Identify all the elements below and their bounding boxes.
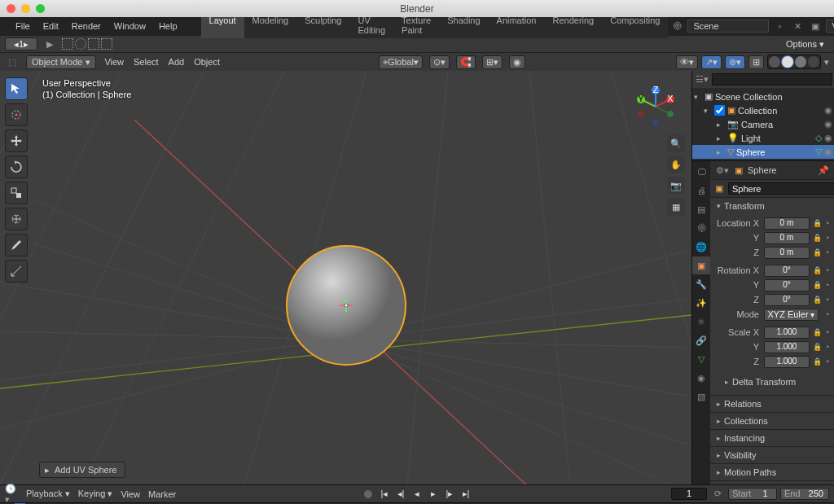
prop-tab-render[interactable]: 🖵 (692, 163, 710, 181)
keyframe-next-icon[interactable]: |▸ (442, 488, 457, 501)
tab-compositing[interactable]: Compositing (602, 14, 668, 38)
move-tool[interactable] (5, 129, 28, 152)
prop-tab-output[interactable]: 🖨 (692, 182, 710, 199)
prop-tab-viewlayer[interactable]: ▤ (692, 200, 710, 218)
scene-browse-icon[interactable]: 🞋 (669, 19, 684, 33)
timeline-keying[interactable]: Keying ▾ (77, 489, 115, 499)
menu-render[interactable]: Render (66, 20, 107, 33)
panel-transform[interactable]: Transform (710, 198, 834, 214)
outliner-filter-input[interactable] (712, 73, 832, 85)
editor-type-icon[interactable]: ⬚ (5, 55, 20, 69)
delete-scene-icon[interactable]: ✕ (790, 19, 805, 33)
prop-tab-texture[interactable]: ▧ (692, 388, 710, 405)
header-view[interactable]: View (103, 57, 125, 67)
rotation-mode-select[interactable]: XYZ Euler ▾ (764, 309, 819, 321)
pin-icon[interactable]: 📌 (818, 165, 829, 176)
select-variant-buttons[interactable] (62, 38, 112, 50)
menu-window[interactable]: Window (108, 20, 151, 33)
viewport-3d[interactable]: User Perspective(1) Collection | Sphere … (0, 71, 691, 484)
prop-editor-icon[interactable]: ⚙▾ (715, 163, 730, 177)
close-window-button[interactable] (7, 4, 15, 13)
cursor-tool[interactable] (5, 103, 28, 126)
tab-texture-paint[interactable]: Texture Paint (393, 14, 439, 38)
overlay-toggle[interactable]: ⊚▾ (725, 55, 745, 69)
viewlayer-name-input[interactable] (826, 20, 834, 33)
jump-end-icon[interactable]: ▸| (459, 488, 473, 501)
location-y-input[interactable]: 0 m (764, 232, 810, 244)
collection-enable-checkbox[interactable] (714, 105, 725, 116)
tree-item-sphere[interactable]: ▸▽Sphere▽◉ (692, 145, 834, 159)
panel-delta-transform[interactable]: Delta Transform (713, 374, 831, 390)
scale-tool[interactable] (5, 182, 28, 204)
xray-toggle[interactable]: ⊞ (748, 55, 764, 69)
panel-collections[interactable]: Collections (710, 413, 834, 429)
new-scene-icon[interactable]: ▫ (772, 19, 787, 33)
scale-y-input[interactable]: 1.000 (764, 341, 810, 353)
tree-scene-collection[interactable]: ▾▣Scene Collection (692, 90, 834, 103)
location-x-input[interactable]: 0 m (764, 217, 810, 230)
tree-item-light[interactable]: ▸💡Light◇◉ (692, 131, 834, 145)
select-box-tool[interactable] (5, 77, 28, 100)
rotation-x-input[interactable]: 0° (764, 265, 810, 277)
tab-uv-editing[interactable]: UV Editing (349, 14, 393, 38)
prop-tab-particles[interactable]: ✨ (692, 294, 710, 312)
end-frame-input[interactable]: End250 (780, 488, 829, 500)
camera-view-icon[interactable]: 📷 (667, 177, 685, 195)
tab-modeling[interactable]: Modeling (244, 14, 297, 38)
tool-number-box[interactable]: ◂ 1 ▸ (5, 37, 37, 50)
options-dropdown[interactable]: Options ▾ (781, 39, 829, 50)
menu-file[interactable]: File (10, 20, 36, 33)
snap-toggle[interactable]: 🧲 (456, 55, 476, 69)
header-add[interactable]: Add (167, 57, 187, 67)
zoom-icon[interactable]: 🔍 (667, 134, 685, 152)
prop-tab-object[interactable]: ▣ (692, 256, 710, 274)
mode-selector[interactable]: Object Mode ▾ (26, 55, 96, 69)
pan-icon[interactable]: ✋ (667, 156, 685, 173)
tab-shading[interactable]: Shading (439, 14, 488, 38)
current-frame-input[interactable]: 1 (671, 488, 707, 500)
rotation-z-input[interactable]: 0° (764, 294, 810, 306)
minimize-window-button[interactable] (21, 4, 30, 13)
prop-tab-material[interactable]: ◉ (692, 369, 710, 387)
orientation-selector[interactable]: ⌖ Global ▾ (379, 55, 423, 69)
operator-panel-add-uv-sphere[interactable]: Add UV Sphere (39, 462, 125, 478)
menu-edit[interactable]: Edit (37, 20, 64, 33)
object-name-input[interactable] (728, 182, 834, 195)
eye-icon[interactable]: ◉ (824, 147, 832, 157)
gizmo-toggle[interactable]: ↗▾ (701, 55, 722, 69)
jump-start-icon[interactable]: |◂ (377, 488, 392, 501)
visibility-toggle[interactable]: 👁▾ (676, 55, 698, 69)
panel-relations[interactable]: Relations (710, 396, 834, 412)
timeline-view[interactable]: View (119, 489, 142, 499)
measure-tool[interactable] (5, 260, 28, 283)
shading-mode-buttons[interactable] (767, 55, 821, 69)
perspective-toggle-icon[interactable]: ▦ (667, 198, 685, 216)
prop-tab-constraints[interactable]: 🔗 (692, 331, 710, 349)
proportional-toggle[interactable]: ◉ (509, 55, 525, 69)
prop-tab-modifiers[interactable]: 🔧 (692, 275, 710, 293)
eye-icon[interactable]: ◉ (824, 133, 832, 143)
tab-animation[interactable]: Animation (489, 14, 545, 38)
panel-visibility[interactable]: Visibility (710, 447, 834, 463)
zoom-window-button[interactable] (36, 4, 45, 13)
rotate-tool[interactable] (5, 156, 28, 178)
header-select[interactable]: Select (132, 57, 160, 67)
menu-help[interactable]: Help (153, 20, 183, 33)
header-object[interactable]: Object (192, 57, 222, 67)
cursor-tool-icon[interactable]: ▶ (42, 37, 57, 51)
auto-key-toggle[interactable] (361, 488, 375, 501)
tab-rendering[interactable]: Rendering (544, 14, 602, 38)
panel-instancing[interactable]: Instancing (710, 430, 834, 446)
annotate-tool[interactable] (5, 234, 28, 256)
eye-icon[interactable]: ◉ (824, 105, 832, 116)
rotation-y-input[interactable]: 0° (764, 279, 810, 291)
keyframe-prev-icon[interactable]: ◂| (393, 488, 408, 501)
timeline-marker[interactable]: Marker (147, 489, 178, 499)
tree-collection[interactable]: ▾▣Collection◉ (692, 103, 834, 117)
scale-x-input[interactable]: 1.000 (764, 327, 810, 339)
timeline-playback[interactable]: Playback ▾ (24, 489, 72, 499)
tab-layout[interactable]: Layout (201, 14, 244, 38)
timeline-editor-icon[interactable]: 🕓▾ (5, 487, 20, 502)
start-frame-input[interactable]: Start1 (728, 488, 777, 500)
tab-sculpting[interactable]: Sculpting (296, 14, 349, 38)
